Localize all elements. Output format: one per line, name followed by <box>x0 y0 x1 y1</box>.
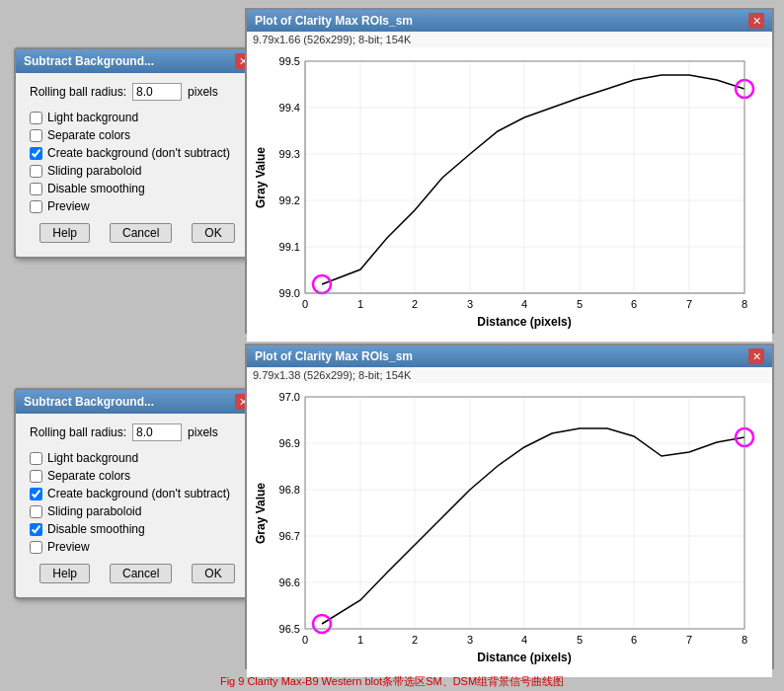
svg-text:96.5: 96.5 <box>279 623 300 635</box>
sep-colors-label-1: Separate colors <box>47 128 130 142</box>
svg-text:7: 7 <box>686 634 692 646</box>
svg-text:99.3: 99.3 <box>279 148 300 160</box>
svg-text:97.0: 97.0 <box>279 391 300 403</box>
help-button-2[interactable]: Help <box>39 564 90 583</box>
sep-colors-checkbox-1[interactable] <box>30 129 42 142</box>
checkbox-disable-smooth-1: Disable smoothing <box>30 182 245 195</box>
svg-rect-35 <box>305 61 745 293</box>
help-button-1[interactable]: Help <box>39 223 90 243</box>
sep-colors-label-2: Separate colors <box>47 469 130 483</box>
sliding-par-label-1: Sliding paraboloid <box>47 164 141 178</box>
light-bg-label-1: Light background <box>47 111 138 124</box>
svg-text:0: 0 <box>302 298 308 310</box>
svg-rect-0 <box>305 61 745 293</box>
svg-text:Gray Value: Gray Value <box>254 483 268 544</box>
sep-colors-checkbox-2[interactable] <box>30 470 42 483</box>
svg-text:96.7: 96.7 <box>279 530 300 542</box>
checkbox-sep-colors-2: Separate colors <box>30 469 245 483</box>
checkbox-light-bg-2: Light background <box>30 451 245 465</box>
subtract-background-dialog-2: Subtract Background... ✕ Rolling ball ra… <box>14 388 261 599</box>
plot-2-title-text: Plot of Clarity Max ROIs_sm <box>255 349 413 363</box>
svg-text:99.1: 99.1 <box>279 241 300 253</box>
plot-2-close-button[interactable]: ✕ <box>748 348 764 364</box>
svg-rect-69 <box>305 397 745 629</box>
sliding-par-checkbox-1[interactable] <box>30 165 42 178</box>
subtract-background-dialog-1: Subtract Background... ✕ Rolling ball ra… <box>14 47 261 259</box>
checkbox-disable-smooth-2: Disable smoothing <box>30 522 245 536</box>
svg-text:99.0: 99.0 <box>279 287 300 299</box>
bottom-caption: Fig 9 Clarity Max-B9 Western blot条带选区SM、… <box>0 674 784 689</box>
plot-1-subtitle: 9.79x1.66 (526x299); 8-bit; 154K <box>247 32 772 47</box>
dialog-2-body: Rolling ball radius: pixels Light backgr… <box>16 414 259 597</box>
cancel-button-2[interactable]: Cancel <box>110 564 172 583</box>
svg-text:96.8: 96.8 <box>279 484 300 496</box>
svg-text:8: 8 <box>742 634 747 646</box>
svg-text:Distance (pixels): Distance (pixels) <box>477 651 571 664</box>
plot-1-close-button[interactable]: ✕ <box>748 13 764 29</box>
svg-text:1: 1 <box>357 634 363 646</box>
sliding-par-checkbox-2[interactable] <box>30 505 42 518</box>
ok-button-1[interactable]: OK <box>192 223 234 243</box>
svg-text:5: 5 <box>577 634 583 646</box>
checkbox-create-bg-1: Create background (don't subtract) <box>30 146 245 160</box>
checkbox-sliding-par-1: Sliding paraboloid <box>30 164 245 178</box>
checkbox-preview-2: Preview <box>30 540 245 554</box>
caption-text: Fig 9 Clarity Max-B9 Western blot条带选区SM、… <box>220 675 564 687</box>
svg-text:5: 5 <box>577 298 583 310</box>
checkbox-light-bg-1: Light background <box>30 111 245 124</box>
radius-input-2[interactable] <box>132 423 182 441</box>
svg-text:99.5: 99.5 <box>279 55 300 67</box>
radius-unit-1: pixels <box>188 85 218 99</box>
preview-label-2: Preview <box>47 540 90 554</box>
radius-input-1[interactable] <box>132 83 182 101</box>
radius-label-1: Rolling ball radius: <box>30 85 126 99</box>
dialog-1-body: Rolling ball radius: pixels Light backgr… <box>16 73 259 257</box>
plot-window-1: Plot of Clarity Max ROIs_sm ✕ 9.79x1.66 … <box>245 8 774 334</box>
svg-text:99.2: 99.2 <box>279 194 300 206</box>
radius-row-1: Rolling ball radius: pixels <box>30 83 245 101</box>
svg-text:Distance (pixels): Distance (pixels) <box>477 315 571 329</box>
create-bg-checkbox-2[interactable] <box>30 488 42 500</box>
svg-text:2: 2 <box>412 634 418 646</box>
preview-label-1: Preview <box>47 199 90 213</box>
cancel-button-1[interactable]: Cancel <box>110 223 172 243</box>
svg-text:6: 6 <box>631 634 637 646</box>
preview-checkbox-1[interactable] <box>30 200 42 213</box>
svg-text:0: 0 <box>302 634 308 646</box>
dialog-1-buttons: Help Cancel OK <box>30 223 245 247</box>
plot-2-svg: 96.5 96.6 96.7 96.8 96.9 97.0 0 1 2 3 4 … <box>251 387 764 673</box>
create-bg-checkbox-1[interactable] <box>30 147 42 160</box>
svg-text:3: 3 <box>467 634 473 646</box>
disable-smooth-label-1: Disable smoothing <box>47 182 145 195</box>
checkbox-create-bg-2: Create background (don't subtract) <box>30 487 245 500</box>
preview-checkbox-2[interactable] <box>30 541 42 554</box>
svg-text:96.9: 96.9 <box>279 437 300 449</box>
dialog-2-title-bar: Subtract Background... ✕ <box>16 390 259 414</box>
svg-text:2: 2 <box>412 298 418 310</box>
radius-label-2: Rolling ball radius: <box>30 425 126 439</box>
disable-smooth-checkbox-2[interactable] <box>30 523 42 536</box>
svg-text:8: 8 <box>742 298 747 310</box>
svg-text:1: 1 <box>357 298 363 310</box>
create-bg-label-2: Create background (don't subtract) <box>47 487 230 500</box>
dialog-2-title-text: Subtract Background... <box>24 395 154 409</box>
plot-1-svg: 99.0 99.1 99.2 99.3 99.4 99.5 0 1 2 3 4 … <box>251 51 764 338</box>
plot-1-title-text: Plot of Clarity Max ROIs_sm <box>255 14 413 28</box>
dialog-1-title-bar: Subtract Background... ✕ <box>16 49 259 73</box>
light-bg-checkbox-1[interactable] <box>30 112 42 124</box>
checkbox-sliding-par-2: Sliding paraboloid <box>30 504 245 518</box>
sliding-par-label-2: Sliding paraboloid <box>47 504 141 518</box>
svg-rect-36 <box>305 397 745 629</box>
plot-1-title-bar: Plot of Clarity Max ROIs_sm ✕ <box>247 10 772 32</box>
light-bg-checkbox-2[interactable] <box>30 452 42 465</box>
svg-text:Gray Value: Gray Value <box>254 147 268 208</box>
radius-unit-2: pixels <box>188 425 218 439</box>
disable-smooth-checkbox-1[interactable] <box>30 183 42 195</box>
plot-2-area: 96.5 96.6 96.7 96.8 96.9 97.0 0 1 2 3 4 … <box>247 383 772 677</box>
plot-2-subtitle: 9.79x1.38 (526x299); 8-bit; 154K <box>247 367 772 383</box>
plot-1-area: 99.0 99.1 99.2 99.3 99.4 99.5 0 1 2 3 4 … <box>247 47 772 342</box>
plot-2-title-bar: Plot of Clarity Max ROIs_sm ✕ <box>247 346 772 367</box>
plot-window-2: Plot of Clarity Max ROIs_sm ✕ 9.79x1.38 … <box>245 344 774 669</box>
ok-button-2[interactable]: OK <box>192 564 234 583</box>
dialog-1-title-text: Subtract Background... <box>24 54 154 68</box>
